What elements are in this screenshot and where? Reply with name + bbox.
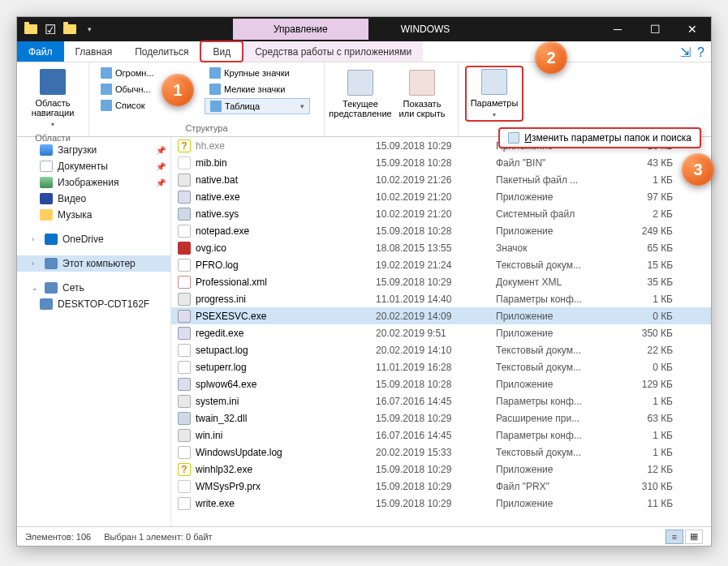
host-icon: [40, 298, 53, 310]
callout-badge-3: 3: [682, 153, 714, 186]
file-row[interactable]: PSEXESVC.exe20.02.2019 14:09Приложение0 …: [171, 307, 711, 324]
file-name: Professional.xml: [196, 277, 376, 288]
layout-details[interactable]: Таблица▾: [205, 98, 310, 114]
file-icon: [178, 327, 191, 340]
file-row[interactable]: ?winhlp32.exe15.09.2018 10:29Приложение1…: [171, 461, 711, 478]
file-row[interactable]: ovg.ico18.08.2015 13:55Значок65 КБ: [171, 239, 711, 256]
file-row[interactable]: Professional.xml15.09.2018 10:29Документ…: [171, 273, 711, 290]
ribbon-group-panes-label: Области: [24, 131, 82, 144]
nav-network-host[interactable]: DESKTOP-CDT162F: [17, 296, 170, 312]
file-icon: [178, 378, 191, 391]
window-title: WINDOWS: [401, 24, 450, 35]
tab-share[interactable]: Поделиться: [123, 41, 200, 62]
file-name: progress.ini: [196, 294, 376, 305]
minimize-button[interactable]: ─: [599, 17, 636, 41]
nav-this-pc[interactable]: ›Этот компьютер: [17, 255, 170, 272]
file-icon: [178, 310, 191, 323]
file-row[interactable]: write.exe15.09.2018 10:29Приложение11 КБ: [171, 495, 711, 512]
current-view-button[interactable]: Текущее представление: [331, 66, 390, 122]
file-name: ovg.ico: [196, 242, 376, 254]
file-name: WindowsUpdate.log: [196, 447, 376, 458]
file-date: 20.02.2019 14:10: [376, 345, 496, 356]
file-name: splwow64.exe: [196, 379, 376, 390]
file-row[interactable]: WindowsUpdate.log20.02.2019 15:33Текстов…: [171, 444, 711, 461]
file-size: 1 КБ: [608, 174, 673, 186]
file-row[interactable]: mib.bin15.09.2018 10:28Файл "BIN"43 КБ: [171, 154, 711, 171]
file-size: 310 КБ: [608, 481, 673, 492]
file-row[interactable]: regedit.exe20.02.2019 9:51Приложение350 …: [171, 324, 711, 341]
view-thumbnails-button[interactable]: ▦: [685, 530, 703, 544]
file-date: 15.09.2018 10:29: [376, 481, 496, 492]
nav-network[interactable]: ⌄Сеть: [17, 280, 170, 296]
file-type: Приложение: [496, 379, 608, 390]
file-name: hh.exe: [196, 140, 376, 152]
pin-icon: 📌: [156, 162, 166, 171]
qat-dropdown-icon[interactable]: ▾: [82, 22, 97, 36]
file-row[interactable]: setuperr.log11.01.2019 16:28Текстовый до…: [171, 358, 711, 375]
file-type: Параметры конф...: [496, 396, 608, 407]
file-row[interactable]: system.ini16.07.2016 14:45Параметры конф…: [171, 392, 711, 409]
file-type: Приложение: [496, 464, 608, 475]
ribbon: Область навигации ▾ Области Огромн... Об…: [17, 62, 711, 137]
show-hide-button[interactable]: Показать или скрыть: [393, 66, 451, 122]
file-row[interactable]: native.bat10.02.2019 21:26Пакетный файл …: [171, 171, 711, 188]
navpane-icon: [40, 69, 66, 95]
tab-apptools[interactable]: Средства работы с приложениями: [243, 41, 423, 62]
file-icon: [178, 157, 191, 169]
tab-file[interactable]: Файл: [17, 41, 64, 62]
nav-music[interactable]: Музыка: [17, 207, 170, 223]
chevron-down-icon: ⌄: [32, 284, 40, 292]
navigation-pane-button[interactable]: Область навигации ▾: [24, 66, 82, 131]
tab-view[interactable]: Вид: [200, 41, 243, 62]
statusbar: Элементов: 106 Выбран 1 элемент: 0 байт …: [17, 526, 711, 546]
nav-documents[interactable]: Документы📌: [17, 158, 170, 174]
file-row[interactable]: splwow64.exe15.09.2018 10:28Приложение12…: [171, 375, 711, 392]
layout-small-icons[interactable]: Мелкие значки: [205, 82, 310, 96]
file-row[interactable]: notepad.exe15.09.2018 10:28Приложение249…: [171, 222, 711, 239]
callout-badge-1: 1: [162, 74, 194, 106]
navigation-pane[interactable]: Загрузки📌 Документы📌 Изображения📌 Видео …: [17, 137, 171, 526]
layout-large-icons[interactable]: Крупные значки: [205, 66, 310, 80]
file-name: WMSysPr9.prx: [196, 481, 376, 492]
file-row[interactable]: PFRO.log19.02.2019 21:24Текстовый докум.…: [171, 256, 711, 273]
file-date: 15.09.2018 10:29: [376, 140, 496, 152]
explorer-window: 1 2 3 ☑ ▾ Управление WINDOWS ─ ☐ ✕ Файл …: [16, 16, 712, 547]
file-name: mib.bin: [196, 157, 376, 169]
pin-icon: 📌: [156, 178, 166, 187]
file-size: 97 КБ: [608, 191, 673, 203]
view-details-button[interactable]: ≡: [666, 530, 683, 544]
file-type: Значок: [496, 242, 608, 254]
titlebar: ☑ ▾ Управление WINDOWS ─ ☐ ✕: [17, 17, 711, 41]
file-icon: [178, 242, 191, 255]
maximize-button[interactable]: ☐: [636, 17, 674, 41]
music-icon: [40, 209, 53, 221]
nav-videos[interactable]: Видео: [17, 191, 170, 207]
context-tab-title: Управление: [233, 19, 368, 40]
file-type: Текстовый докум...: [496, 259, 608, 271]
file-date: 16.07.2016 14:45: [376, 396, 496, 407]
pin-ribbon-icon[interactable]: ⇲: [680, 45, 691, 60]
file-row[interactable]: native.exe10.02.2019 21:20Приложение97 К…: [171, 188, 711, 205]
options-button[interactable]: Параметры ▾: [465, 66, 523, 122]
nav-downloads[interactable]: Загрузки📌: [17, 142, 170, 158]
file-row[interactable]: native.sys10.02.2019 21:20Системный файл…: [171, 205, 711, 222]
options-dropdown-item[interactable]: ИИзменить параметры папок и поисказменит…: [498, 127, 701, 148]
tab-home[interactable]: Главная: [64, 41, 124, 62]
properties-icon[interactable]: ☑: [43, 22, 58, 36]
file-size: 0 КБ: [608, 362, 673, 373]
close-button[interactable]: ✕: [674, 17, 711, 41]
help-icon[interactable]: ?: [697, 45, 704, 60]
file-row[interactable]: win.ini16.07.2016 14:45Параметры конф...…: [171, 427, 711, 444]
file-row[interactable]: WMSysPr9.prx15.09.2018 10:29Файл "PRX"31…: [171, 478, 711, 495]
file-row[interactable]: setupact.log20.02.2019 14:10Текстовый до…: [171, 341, 711, 358]
onedrive-icon: [45, 234, 58, 245]
nav-pictures[interactable]: Изображения📌: [17, 174, 170, 191]
file-icon: [178, 361, 191, 374]
file-row[interactable]: twain_32.dll15.09.2018 10:29Расширение п…: [171, 409, 711, 427]
file-list[interactable]: ?hh.exe15.09.2018 10:29Приложение18 КБmi…: [171, 137, 711, 526]
new-folder-icon[interactable]: [62, 22, 77, 36]
file-row[interactable]: progress.ini11.01.2019 14:40Параметры ко…: [171, 290, 711, 307]
file-name: regedit.exe: [196, 328, 376, 339]
file-size: 1 КБ: [608, 430, 673, 441]
nav-onedrive[interactable]: ›OneDrive: [17, 231, 170, 247]
